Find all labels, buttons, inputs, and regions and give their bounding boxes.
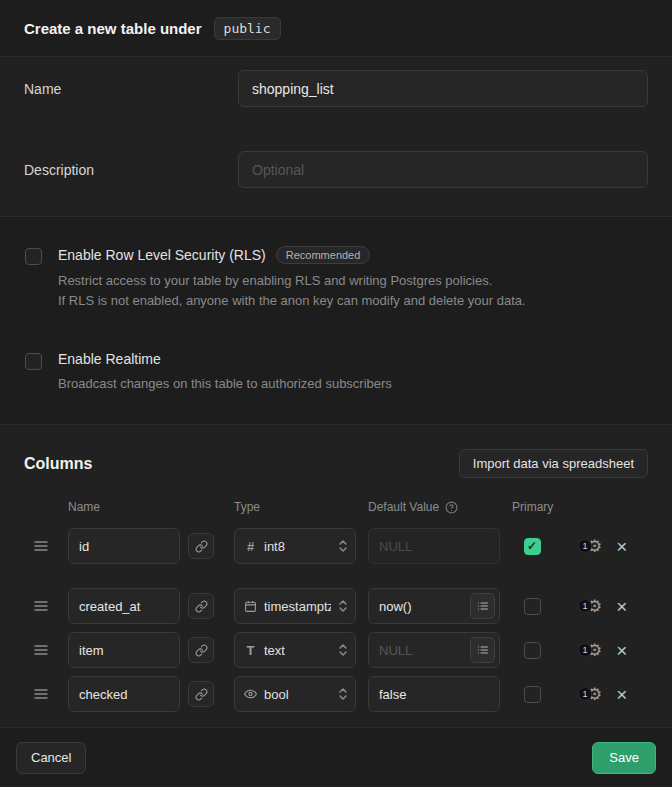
header-name: Name <box>68 500 234 514</box>
schema-badge: public <box>214 17 281 40</box>
column-default-input <box>368 528 500 564</box>
cancel-button[interactable]: Cancel <box>16 742 86 774</box>
calendar-icon <box>244 600 257 613</box>
description-label: Description <box>24 162 238 178</box>
column-row-id: # int8 1 ⚙ × <box>24 528 648 564</box>
column-name-input[interactable] <box>68 588 180 624</box>
column-name-input[interactable] <box>68 528 180 564</box>
columns-title: Columns <box>24 455 92 473</box>
columns-section: Columns Import data via spreadsheet Name… <box>0 425 672 727</box>
rls-toggle-block: Enable Row Level Security (RLS) Recommen… <box>25 246 647 311</box>
rls-label: Enable Row Level Security (RLS) <box>58 247 266 263</box>
default-value-picker-icon[interactable] <box>470 593 495 619</box>
foreign-key-link-icon[interactable] <box>188 533 214 559</box>
table-description-input[interactable] <box>238 151 648 188</box>
column-type-select[interactable]: T text <box>234 632 356 668</box>
name-label: Name <box>24 81 238 97</box>
help-circle-icon[interactable] <box>445 501 458 514</box>
realtime-toggle-block: Enable Realtime Broadcast changes on thi… <box>25 351 647 394</box>
table-options-section: Enable Row Level Security (RLS) Recommen… <box>0 217 672 425</box>
column-type-value: int8 <box>264 539 285 554</box>
column-type-value: bool <box>264 687 289 702</box>
remove-column-button[interactable]: × <box>616 685 627 704</box>
remove-column-button[interactable]: × <box>616 537 627 556</box>
remove-column-button[interactable]: × <box>616 597 627 616</box>
import-spreadsheet-button[interactable]: Import data via spreadsheet <box>459 449 648 478</box>
realtime-description: Broadcast changes on this table to autho… <box>58 374 392 394</box>
boolean-icon <box>244 687 257 701</box>
dialog-title: Create a new table under <box>24 20 202 37</box>
drag-handle-icon[interactable] <box>34 688 50 700</box>
chevron-updown-icon <box>338 539 348 553</box>
columns-header-row: Name Type Default Value Primary <box>24 500 648 514</box>
drag-handle-icon[interactable] <box>34 600 50 612</box>
primary-checkbox[interactable] <box>524 642 541 659</box>
column-type-select[interactable]: bool <box>234 676 356 712</box>
rls-checkbox[interactable] <box>25 248 42 265</box>
column-row-created-at: timestamptz 1 ⚙ × <box>24 588 648 624</box>
column-row-item: T text 1 ⚙ × <box>24 632 648 668</box>
column-type-value: text <box>264 643 285 658</box>
default-value-picker-icon[interactable] <box>470 637 495 663</box>
primary-checkbox[interactable] <box>524 598 541 615</box>
rls-description: Restrict access to your table by enablin… <box>58 271 526 311</box>
realtime-checkbox[interactable] <box>25 353 42 370</box>
chevron-updown-icon <box>338 643 348 657</box>
chevron-updown-icon <box>338 687 348 701</box>
primary-checkbox[interactable] <box>524 686 541 703</box>
foreign-key-link-icon[interactable] <box>188 681 214 707</box>
drag-handle-icon[interactable] <box>34 540 50 552</box>
foreign-key-link-icon[interactable] <box>188 637 214 663</box>
column-settings-button[interactable]: 1 ⚙ <box>578 538 602 555</box>
recommended-badge: Recommended <box>276 246 371 264</box>
column-type-value: timestamptz <box>264 599 331 614</box>
header-type: Type <box>234 500 368 514</box>
column-settings-button[interactable]: 1 ⚙ <box>578 686 602 703</box>
header-primary: Primary <box>512 500 553 514</box>
remove-column-button[interactable]: × <box>616 641 627 660</box>
dialog-header: Create a new table under public <box>0 0 672 57</box>
column-row-checked: bool 1 ⚙ × <box>24 676 648 712</box>
hash-icon: # <box>244 539 257 554</box>
drag-handle-icon[interactable] <box>34 644 50 656</box>
column-default-input[interactable] <box>368 676 500 712</box>
column-settings-button[interactable]: 1 ⚙ <box>578 642 602 659</box>
table-info-section: Name Description <box>0 57 672 217</box>
table-name-input[interactable] <box>238 70 648 107</box>
dialog-footer: Cancel Save <box>0 727 672 787</box>
chevron-updown-icon <box>338 599 348 613</box>
text-type-icon: T <box>244 643 257 658</box>
create-table-dialog: Create a new table under public Name Des… <box>0 0 672 787</box>
column-name-input[interactable] <box>68 676 180 712</box>
column-type-select[interactable]: # int8 <box>234 528 356 564</box>
column-name-input[interactable] <box>68 632 180 668</box>
foreign-key-link-icon[interactable] <box>188 593 214 619</box>
header-default-value: Default Value <box>368 500 512 514</box>
column-type-select[interactable]: timestamptz <box>234 588 356 624</box>
column-settings-button[interactable]: 1 ⚙ <box>578 598 602 615</box>
save-button[interactable]: Save <box>592 742 656 774</box>
realtime-label: Enable Realtime <box>58 351 161 367</box>
primary-checkbox[interactable] <box>524 538 541 555</box>
